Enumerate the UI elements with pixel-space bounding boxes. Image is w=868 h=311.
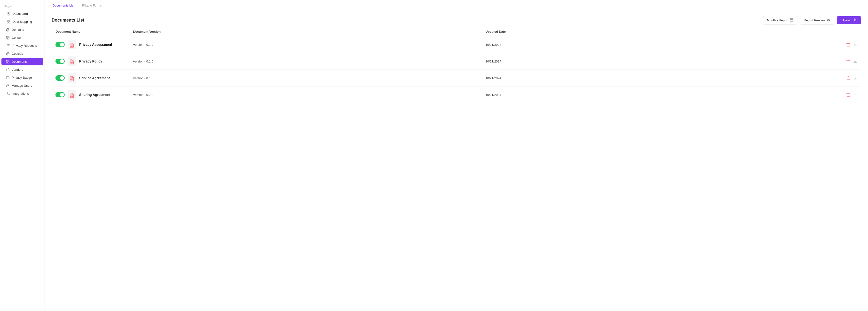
doc-name-text: Service Agreement [79, 76, 110, 80]
actions-cell [838, 76, 857, 80]
page-title: Documents List [52, 18, 84, 23]
pdf-icon: PDF [68, 40, 76, 50]
doc-name-cell: PDF Sharing Agreement [56, 90, 133, 99]
toggle-sharing-agreement[interactable] [56, 92, 65, 97]
actions-cell [838, 42, 857, 47]
report-preview-button[interactable]: Report Preview [800, 16, 834, 25]
svg-point-27 [8, 85, 9, 86]
svg-rect-3 [9, 20, 10, 22]
date-cell: 10/21/2024 [486, 60, 838, 63]
sidebar-item-manage-users[interactable]: Manage Users [1, 82, 43, 89]
documents-icon [6, 60, 10, 63]
delete-icon[interactable] [846, 59, 850, 63]
tab-documents-list[interactable]: Documents List [52, 0, 75, 11]
svg-point-29 [9, 94, 10, 95]
download-icon[interactable] [853, 93, 857, 97]
pdf-icon: PDF [68, 73, 76, 83]
doc-name-text: Sharing Agreement [79, 93, 111, 97]
download-icon[interactable] [853, 59, 857, 63]
sidebar-item-domains[interactable]: Domains [1, 26, 43, 33]
version-cell: Version - 0.2.0 [133, 93, 486, 97]
svg-rect-51 [847, 77, 850, 80]
sidebar-item-vendors[interactable]: Vendors [1, 66, 43, 73]
sidebar-item-consent[interactable]: Consent [1, 34, 43, 41]
svg-rect-4 [7, 22, 8, 23]
calendar-icon [790, 18, 793, 22]
date-cell: 10/21/2024 [486, 76, 838, 80]
svg-rect-39 [847, 43, 850, 46]
upload-button[interactable]: Upload [837, 16, 861, 24]
sidebar-item-label: Consent [11, 36, 23, 39]
privacy-requests-icon [6, 44, 10, 48]
sidebar-item-label: Cookies [11, 52, 23, 56]
sidebar-item-label: Data Mapping [12, 20, 32, 24]
monthly-report-button[interactable]: Monthly Report [763, 16, 797, 25]
svg-point-26 [7, 85, 8, 86]
tabs-bar: Documents List Fillable Forms [45, 0, 868, 11]
privacy-badge-icon [6, 76, 10, 80]
eye-icon [827, 18, 830, 22]
sidebar-item-privacy-requests[interactable]: › Privacy Requests [1, 42, 43, 50]
svg-rect-32 [790, 19, 793, 21]
toggle-service-agreement[interactable] [56, 75, 65, 81]
sidebar-item-integrations[interactable]: › Integrations [1, 90, 43, 97]
version-cell: Version - 0.1.0 [133, 43, 486, 46]
col-header-name: Document Name [56, 30, 133, 33]
svg-rect-45 [847, 60, 850, 63]
sidebar-item-data-mapping[interactable]: › Data Mapping [1, 18, 43, 25]
vendors-icon [6, 68, 10, 71]
download-icon[interactable] [853, 42, 857, 47]
sidebar-item-label: Privacy Requests [12, 44, 37, 48]
sidebar-item-dashboard[interactable]: › Dashboard [1, 10, 43, 18]
sidebar-item-label: Dashboard [12, 12, 28, 15]
date-cell: 10/21/2024 [486, 43, 838, 46]
svg-text:PDF: PDF [70, 96, 73, 97]
table-row: PDF Service Agreement Version - 0.1.0 10… [52, 70, 861, 87]
report-preview-label: Report Preview [804, 19, 826, 22]
consent-icon [6, 36, 10, 39]
svg-text:PDF: PDF [70, 62, 73, 64]
svg-point-17 [7, 53, 7, 54]
tab-fillable-forms[interactable]: Fillable Forms [81, 0, 103, 11]
chevron-icon: › [3, 44, 4, 47]
sidebar-item-documents[interactable]: Documents [1, 58, 43, 65]
version-cell: Version - 0.1.0 [133, 76, 486, 80]
svg-text:PDF: PDF [70, 79, 73, 81]
doc-name-cell: PDF Service Agreement [56, 73, 133, 83]
col-header-actions [838, 30, 857, 33]
header-actions: Monthly Report Report Preview Upload [763, 16, 861, 25]
svg-point-16 [6, 52, 9, 55]
integrations-icon [6, 92, 10, 95]
download-icon[interactable] [853, 76, 857, 80]
doc-name-cell: PDF Privacy Assessment [56, 40, 133, 50]
chevron-icon: › [3, 20, 4, 23]
delete-icon[interactable] [846, 42, 850, 47]
doc-name-cell: PDF Privacy Policy [56, 56, 133, 66]
cookies-icon [6, 52, 10, 56]
sidebar-item-privacy-badge[interactable]: Privacy Badge [1, 74, 43, 82]
sidebar-item-label: Documents [11, 60, 28, 63]
main-content: Documents List Fillable Forms Documents … [45, 0, 868, 311]
toggle-privacy-assessment[interactable] [56, 42, 65, 47]
col-header-version: Document Version [133, 30, 486, 33]
svg-point-19 [7, 54, 8, 55]
toggle-privacy-policy[interactable] [56, 59, 65, 64]
table-header: Document Name Document Version Updated D… [52, 27, 861, 36]
svg-rect-57 [847, 94, 850, 96]
table-row: PDF Sharing Agreement Version - 0.2.0 10… [52, 87, 861, 103]
pdf-icon: PDF [68, 90, 76, 99]
sidebar-item-label: Domains [11, 28, 24, 31]
svg-rect-24 [6, 69, 9, 71]
delete-icon[interactable] [846, 76, 850, 80]
svg-rect-2 [7, 20, 8, 22]
doc-name-text: Privacy Policy [79, 59, 102, 63]
delete-icon[interactable] [846, 93, 850, 97]
svg-point-1 [8, 13, 9, 14]
upload-label: Upload [842, 19, 851, 22]
svg-point-28 [7, 93, 8, 93]
domains-icon [6, 28, 10, 31]
manage-users-icon [6, 84, 10, 88]
sidebar-item-label: Privacy Badge [11, 76, 32, 80]
sidebar-item-cookies[interactable]: Cookies [1, 50, 43, 57]
sidebar: Pages › Dashboard › Data Mapping Domains… [0, 0, 45, 311]
